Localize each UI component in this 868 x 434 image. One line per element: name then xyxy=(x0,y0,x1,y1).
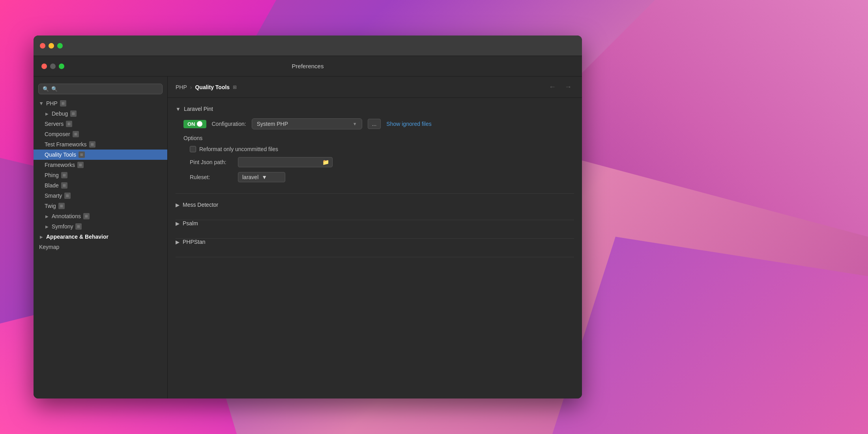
prefs-traffic-lights xyxy=(41,64,64,69)
sidebar-item-servers[interactable]: Servers ⊞ xyxy=(34,119,167,129)
breadcrumb-parent: PHP xyxy=(176,84,187,90)
outer-window: Preferences 🔍 ▶ PHP ⊞ ▶ Debug xyxy=(34,36,582,398)
config-dropdown[interactable]: System PHP ▼ xyxy=(252,118,362,129)
folder-icon[interactable]: 📁 xyxy=(322,159,329,165)
sidebar-item-label: Servers xyxy=(45,121,64,127)
outer-close-button[interactable] xyxy=(40,43,45,49)
outer-maximize-button[interactable] xyxy=(57,43,63,49)
sidebar-item-appearance[interactable]: ▶ Appearance & Behavior xyxy=(34,232,167,242)
config-row: ON Configuration: System PHP ▼ ... Show … xyxy=(183,118,574,129)
blade-icon: ⊞ xyxy=(61,182,67,189)
section-laravel-pint: ▼ Laravel Pint ON Configuration: Syste xyxy=(176,106,574,194)
config-dropdown-value: System PHP xyxy=(257,121,350,127)
sidebar-item-label: Quality Tools xyxy=(45,152,76,158)
twig-icon: ⊞ xyxy=(58,203,65,209)
mess-detector-chevron-icon: ▶ xyxy=(176,202,180,208)
psalm-chevron-icon: ▶ xyxy=(176,221,180,226)
php-chevron-icon: ▶ xyxy=(39,101,44,106)
sidebar-item-php[interactable]: ▶ PHP ⊞ xyxy=(34,98,167,108)
appearance-chevron-icon: ▶ xyxy=(39,235,44,239)
mess-detector-title: Mess Detector xyxy=(183,202,218,208)
breadcrumb-current: Quality Tools xyxy=(195,84,230,90)
symfony-chevron-icon: ▶ xyxy=(45,224,49,229)
preferences-window: Preferences 🔍 ▶ PHP ⊞ ▶ Debug xyxy=(34,56,582,398)
sidebar-item-keymap[interactable]: Keymap xyxy=(34,242,167,252)
sidebar-item-label: Keymap xyxy=(39,244,59,250)
sidebar-item-label: Smarty xyxy=(45,193,62,199)
sidebar-item-label: Frameworks xyxy=(45,162,75,168)
prefs-minimize-button[interactable] xyxy=(50,64,56,69)
sidebar-item-label: Twig xyxy=(45,203,56,209)
laravel-pint-header[interactable]: ▼ Laravel Pint xyxy=(176,106,574,112)
toggle-circle xyxy=(197,121,202,127)
psalm-header[interactable]: ▶ Psalm xyxy=(176,220,574,232)
sidebar-item-annotations[interactable]: ▶ Annotations ⊞ xyxy=(34,211,167,221)
sidebar-item-label: PHP xyxy=(46,100,58,107)
sidebar-item-symfony[interactable]: ▶ Symfony ⊞ xyxy=(34,221,167,232)
mess-detector-header[interactable]: ▶ Mess Detector xyxy=(176,202,574,213)
search-box[interactable]: 🔍 xyxy=(38,84,163,94)
laravel-pint-toggle[interactable]: ON xyxy=(183,120,206,128)
laravel-pint-chevron-icon: ▼ xyxy=(176,106,181,112)
sidebar-item-quality-tools[interactable]: Quality Tools ⊞ xyxy=(34,150,167,160)
breadcrumb-bar: PHP › Quality Tools ⊞ ← → xyxy=(168,77,582,98)
annotations-icon: ⊞ xyxy=(83,213,90,219)
sidebar-item-composer[interactable]: Composer ⊞ xyxy=(34,129,167,139)
sidebar-item-twig[interactable]: Twig ⊞ xyxy=(34,201,167,211)
phpstan-header[interactable]: ▶ PHPStan xyxy=(176,239,574,251)
show-ignored-files-link[interactable]: Show ignored files xyxy=(386,121,431,127)
sidebar-item-smarty[interactable]: Smarty ⊞ xyxy=(34,191,167,201)
phpstan-chevron-icon: ▶ xyxy=(176,239,180,245)
annotations-chevron-icon: ▶ xyxy=(45,214,49,219)
prefs-title: Preferences xyxy=(292,63,324,69)
phpstan-title: PHPStan xyxy=(183,239,206,245)
prefs-close-button[interactable] xyxy=(41,64,47,69)
config-dots-button[interactable]: ... xyxy=(368,119,381,129)
sidebar-item-blade[interactable]: Blade ⊞ xyxy=(34,180,167,191)
section-mess-detector: ▶ Mess Detector xyxy=(176,202,574,220)
nav-forward-button[interactable]: → xyxy=(562,82,574,92)
outer-minimize-button[interactable] xyxy=(49,43,54,49)
ruleset-dropdown[interactable]: laravel ▼ xyxy=(238,172,285,182)
reformat-row: Reformat only uncommitted files xyxy=(190,146,574,152)
prefs-header: Preferences xyxy=(34,56,582,77)
smarty-icon: ⊞ xyxy=(64,193,71,199)
breadcrumb-settings-icon[interactable]: ⊞ xyxy=(233,84,237,90)
pint-json-field[interactable]: 📁 xyxy=(238,157,333,167)
content-area: ▼ Laravel Pint ON Configuration: Syste xyxy=(168,98,582,398)
sidebar-item-label: Appearance & Behavior xyxy=(46,234,108,240)
prefs-body: 🔍 ▶ PHP ⊞ ▶ Debug ⊞ Servers ⊞ xyxy=(34,77,582,398)
sidebar-item-frameworks[interactable]: Frameworks ⊞ xyxy=(34,160,167,170)
pint-json-row: Pint Json path: 📁 xyxy=(190,157,574,167)
sidebar-item-test-frameworks[interactable]: Test Frameworks ⊞ xyxy=(34,139,167,150)
sidebar-item-label: Debug xyxy=(52,110,68,117)
sidebar-item-phing[interactable]: Phing ⊞ xyxy=(34,170,167,180)
debug-chevron-icon: ▶ xyxy=(45,112,49,116)
pint-json-input[interactable] xyxy=(241,159,319,165)
outer-titlebar xyxy=(34,36,582,56)
quality-tools-icon: ⊞ xyxy=(79,152,85,158)
sidebar-item-debug[interactable]: ▶ Debug ⊞ xyxy=(34,108,167,119)
options-section: Options Reformat only uncommitted files … xyxy=(183,135,574,182)
search-icon: 🔍 xyxy=(43,86,49,92)
toggle-label: ON xyxy=(187,121,195,127)
nav-back-button[interactable]: ← xyxy=(546,82,558,92)
sidebar-item-label: Test Frameworks xyxy=(45,141,87,148)
reformat-label: Reformat only uncommitted files xyxy=(199,146,278,152)
sidebar: 🔍 ▶ PHP ⊞ ▶ Debug ⊞ Servers ⊞ xyxy=(34,77,168,398)
test-frameworks-icon: ⊞ xyxy=(89,141,95,148)
php-icon: ⊞ xyxy=(60,100,66,107)
sidebar-item-label: Phing xyxy=(45,172,59,178)
ruleset-value: laravel xyxy=(242,174,258,180)
search-input[interactable] xyxy=(51,86,158,92)
ruleset-arrow-icon: ▼ xyxy=(262,174,267,180)
sidebar-item-label: Composer xyxy=(45,131,70,137)
reformat-checkbox[interactable] xyxy=(190,146,196,152)
config-label: Configuration: xyxy=(212,121,246,127)
prefs-maximize-button[interactable] xyxy=(59,64,64,69)
symfony-icon: ⊞ xyxy=(75,223,82,230)
composer-icon: ⊞ xyxy=(73,131,79,137)
sidebar-item-label: Annotations xyxy=(52,213,81,219)
sidebar-item-label: Blade xyxy=(45,182,59,189)
psalm-title: Psalm xyxy=(183,220,198,226)
